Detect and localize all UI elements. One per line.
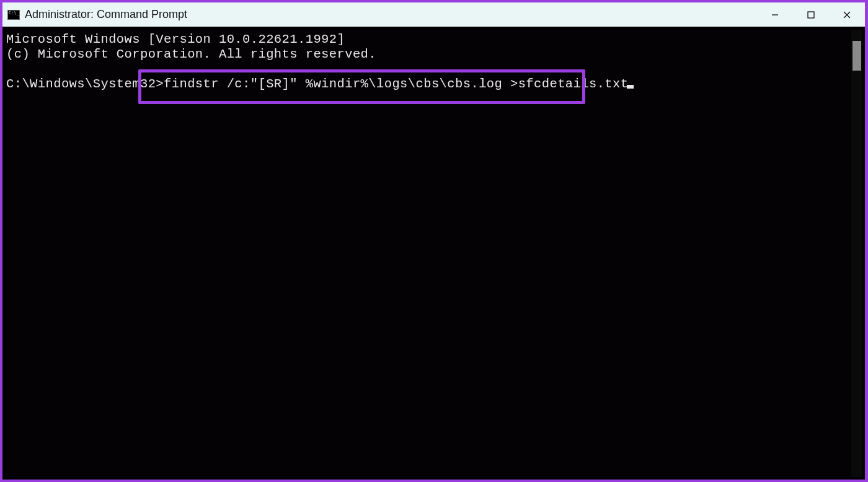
close-button[interactable] [829,2,865,27]
command-input[interactable]: findstr /c:"[SR]" %windir%\logs\cbs\cbs.… [164,77,628,91]
version-line: Microsoft Windows [Version 10.0.22621.19… [6,32,345,46]
scrollbar-track[interactable] [851,30,862,477]
prompt: C:\Windows\System32> [6,77,164,91]
prompt-line: C:\Windows\System32>findstr /c:"[SR]" %w… [6,77,634,91]
scrollbar-thumb[interactable] [852,41,861,71]
maximize-button[interactable] [793,2,829,27]
window-title: Administrator: Command Prompt [25,8,187,21]
titlebar-left: Administrator: Command Prompt [2,8,187,21]
cmd-icon [7,10,20,20]
titlebar[interactable]: Administrator: Command Prompt [2,2,865,27]
cursor [627,85,634,89]
window-controls [757,2,865,27]
copyright-line: (c) Microsoft Corporation. All rights re… [6,47,376,61]
svg-rect-1 [808,12,814,18]
minimize-button[interactable] [757,2,793,27]
terminal[interactable]: Microsoft Windows [Version 10.0.22621.19… [5,30,851,477]
window-frame: Administrator: Command Prompt Microsoft … [1,1,866,481]
